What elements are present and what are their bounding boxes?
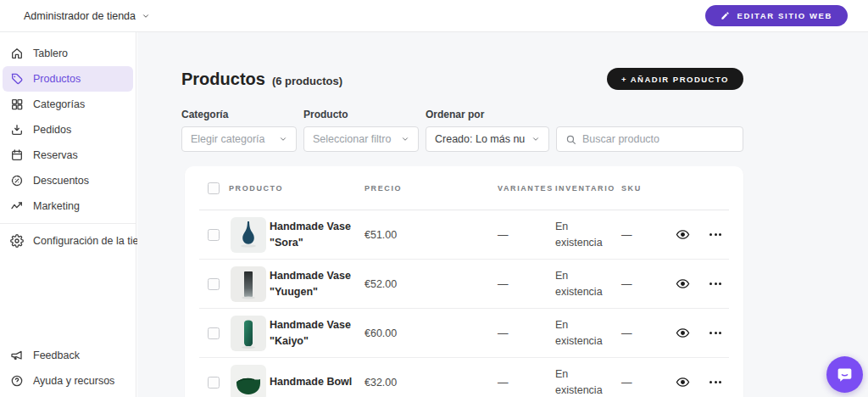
grid-icon <box>10 98 24 111</box>
products-table: PRODUCTO PRECIO VARIANTES INVENTARIO SKU… <box>185 166 743 397</box>
sort-select[interactable]: Creado: Lo más nuev... <box>426 126 549 152</box>
add-product-button[interactable]: + AÑADIR PRODUCTO <box>607 68 743 90</box>
product-sku: — <box>621 229 672 241</box>
eye-icon <box>676 227 690 242</box>
sidebar-item-label: Reservas <box>33 149 78 161</box>
column-header-precio: PRECIO <box>364 184 498 193</box>
sort-filter: Ordenar por Creado: Lo más nuev... <box>426 109 549 152</box>
product-sku: — <box>621 278 672 290</box>
more-actions-button[interactable] <box>706 230 729 239</box>
product-filter-label: Producto <box>303 109 419 120</box>
row-checkbox[interactable] <box>208 278 220 290</box>
row-checkbox[interactable] <box>208 377 220 389</box>
edit-site-button[interactable]: EDITAR SITIO WEB <box>705 5 848 26</box>
bowl-image <box>231 365 266 397</box>
sidebar-item-reservas[interactable]: Reservas <box>3 143 133 168</box>
column-header-inventario: INVENTARIO <box>555 184 621 193</box>
edit-site-label: EDITAR SITIO WEB <box>737 11 832 20</box>
more-actions-button[interactable] <box>706 279 729 288</box>
column-header-producto: PRODUCTO <box>229 184 364 193</box>
product-inventory: En existencia <box>555 317 609 348</box>
sidebar-item-label: Productos <box>33 73 81 85</box>
view-product-button[interactable] <box>672 372 706 393</box>
gear-icon <box>10 234 24 248</box>
trending-up-icon <box>10 199 24 213</box>
pencil-icon <box>721 11 730 20</box>
sidebar-footer: Feedback Ayuda y recursos <box>0 343 136 394</box>
product-variants: — <box>498 278 555 290</box>
sidebar-item-descuentos[interactable]: Descuentos <box>3 168 133 193</box>
sidebar-divider <box>0 223 136 224</box>
select-all-checkbox[interactable] <box>208 182 220 194</box>
vase-kaiyo-image <box>231 316 266 351</box>
sidebar-item-label: Feedback <box>33 349 80 361</box>
sidebar-item-label: Ayuda y recursos <box>33 375 114 387</box>
chevron-down-icon <box>279 135 287 143</box>
product-variants: — <box>498 327 555 339</box>
help-circle-icon <box>10 374 24 388</box>
product-filter: Producto Seleccionar filtro <box>303 109 419 152</box>
sidebar-item-ayuda[interactable]: Ayuda y recursos <box>3 368 133 394</box>
inbox-download-icon <box>10 123 24 137</box>
discount-percent-icon <box>10 174 24 187</box>
eye-icon <box>676 375 690 389</box>
product-count: (6 productos) <box>272 75 342 87</box>
sidebar-item-label: Tablero <box>33 48 68 59</box>
sidebar-item-configuracion[interactable]: Configuración de la tienda <box>3 228 133 254</box>
view-product-button[interactable] <box>672 273 706 294</box>
more-actions-button[interactable] <box>706 328 729 338</box>
product-price: €52.00 <box>364 278 498 290</box>
chevron-down-icon <box>531 135 540 143</box>
sort-select-value: Creado: Lo más nuev... <box>435 133 525 145</box>
sidebar-item-pedidos[interactable]: Pedidos <box>3 117 133 143</box>
product-sku: — <box>621 327 672 339</box>
page-title: Productos <box>181 70 265 89</box>
view-product-button[interactable] <box>672 322 706 344</box>
table-row: Handmade Vase "Kaiyo" €60.00 — En existe… <box>199 309 729 358</box>
category-filter: Categoría Elegir categoría <box>181 109 297 152</box>
search-icon <box>565 134 576 145</box>
more-actions-button[interactable] <box>706 377 729 387</box>
sidebar-item-label: Pedidos <box>33 124 71 136</box>
calendar-icon <box>10 148 24 162</box>
row-checkbox[interactable] <box>208 327 220 339</box>
product-variants: — <box>498 229 555 241</box>
search-box <box>556 126 743 152</box>
sidebar-item-categorias[interactable]: Categorías <box>3 92 133 117</box>
vase-sora-image <box>231 217 266 253</box>
store-switcher-label: Administrador de tienda <box>24 10 136 22</box>
store-switcher[interactable]: Administrador de tienda <box>24 10 150 22</box>
column-header-sku: SKU <box>621 184 672 193</box>
chevron-down-icon <box>401 135 409 143</box>
tag-icon <box>10 72 24 86</box>
product-name: Handmade Vase "Yuugen" <box>270 268 359 299</box>
chat-launcher-button[interactable] <box>826 356 863 393</box>
product-name: Handmade Bowl <box>270 374 359 389</box>
search-input[interactable] <box>582 133 734 145</box>
sidebar-item-productos[interactable]: Productos <box>3 66 133 92</box>
sort-filter-label: Ordenar por <box>426 109 549 120</box>
sidebar-item-feedback[interactable]: Feedback <box>3 343 133 368</box>
table-row: Handmade Vase "Yuugen" €52.00 — En exist… <box>199 260 729 309</box>
home-icon <box>10 47 24 60</box>
view-product-button[interactable] <box>672 224 706 245</box>
chat-bubble-icon <box>836 366 854 383</box>
topbar: Administrador de tienda EDITAR SITIO WEB <box>0 0 868 32</box>
sidebar-item-marketing[interactable]: Marketing <box>3 193 133 219</box>
sidebar-item-label: Descuentos <box>33 175 89 187</box>
table-header-row: PRODUCTO PRECIO VARIANTES INVENTARIO SKU <box>199 166 729 210</box>
product-price: €60.00 <box>364 327 498 339</box>
category-select[interactable]: Elegir categoría <box>181 126 297 152</box>
product-inventory: En existencia <box>555 366 609 397</box>
eye-icon <box>676 326 690 340</box>
product-select[interactable]: Seleccionar filtro <box>303 126 419 152</box>
product-name: Handmade Vase "Sora" <box>270 219 359 249</box>
filters-bar: Categoría Elegir categoría Producto Sele… <box>181 109 743 152</box>
product-variants: — <box>498 377 555 389</box>
row-checkbox[interactable] <box>208 229 220 241</box>
sidebar-item-tablero[interactable]: Tablero <box>3 41 133 66</box>
page-header: Productos (6 productos) + AÑADIR PRODUCT… <box>181 68 743 90</box>
product-price: €32.00 <box>364 377 498 389</box>
column-header-variantes: VARIANTES <box>498 184 555 193</box>
category-filter-label: Categoría <box>181 109 297 120</box>
